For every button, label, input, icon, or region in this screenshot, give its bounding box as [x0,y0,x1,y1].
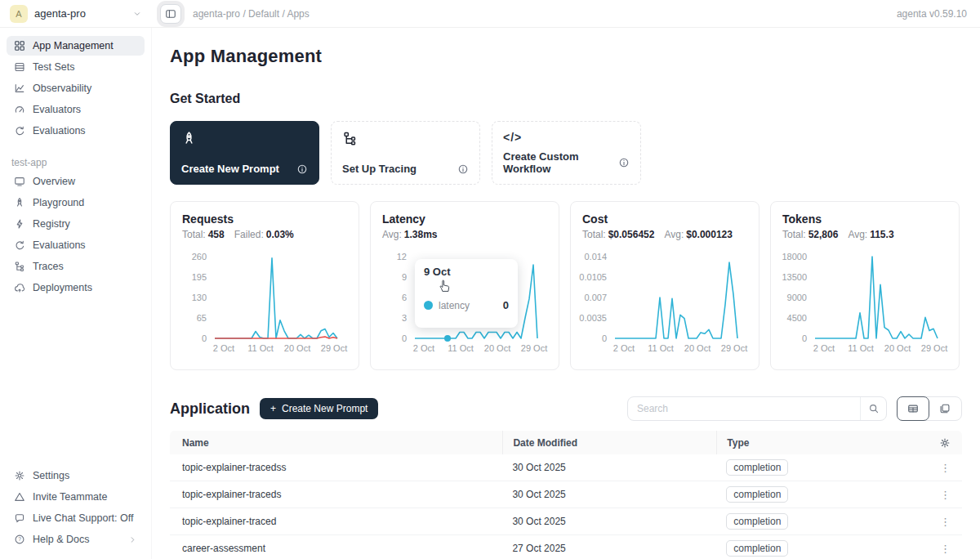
sidebar-item-live-chat-support-off[interactable]: Live Chat Support: Off [7,508,145,528]
hovered-data-point [444,335,451,342]
search-box [627,396,887,421]
search-icon[interactable] [860,397,886,420]
get-started-card-create-custom-workflow[interactable]: </>Create Custom Workflow [492,121,641,185]
sidebar-collapse-icon [165,8,176,20]
chevron-right-icon [128,535,137,544]
row-menu-button[interactable]: ⋮ [940,516,951,528]
column-settings-button[interactable] [906,437,962,449]
sidebar-item-label: Settings [33,470,69,481]
info-icon [457,163,469,175]
sidebar-collapse-button[interactable] [160,4,181,24]
applications-table: Name Date Modified Type topic-explainer-… [170,431,962,559]
sidebar-item-label: Test Sets [33,61,74,73]
chat-icon [14,512,25,524]
tree-icon [342,131,358,146]
sidebar-item-test-sets[interactable]: Test Sets [7,57,145,77]
view-toggle [897,396,962,421]
create-new-prompt-button[interactable]: + Create New Prompt [260,398,378,419]
cloud-icon [14,282,25,293]
table-row[interactable]: topic-explainer-traceds30 Oct 2025comple… [170,481,962,508]
sidebar-item-label: Evaluators [33,104,81,115]
table-header: Name Date Modified Type [170,431,962,454]
sidebar-item-label: Invite Teammate [33,491,107,503]
get-started-card-label: Create Custom Workflow [503,150,618,175]
table-row[interactable]: career-assessment27 Oct 2025completion⋮ [170,535,962,559]
sidebar-app-item-overview[interactable]: Overview [7,172,145,191]
sidebar-item-app-management[interactable]: App Management [7,36,145,56]
get-started-card-set-up-tracing[interactable]: Set Up Tracing [331,121,480,185]
line-chart-icon [14,83,25,94]
app-type-badge: completion [726,540,788,557]
code-icon: </> [503,131,522,144]
table-view-button[interactable] [897,396,929,421]
cursor-pointer-icon [438,279,452,293]
sidebar-app-item-registry[interactable]: Registry [7,214,145,234]
sidebar-item-label: Deployments [33,282,92,293]
workspace-selector[interactable]: A agenta-pro [0,5,152,23]
chart-title: Requests [182,212,347,226]
row-menu-button[interactable]: ⋮ [940,462,951,474]
sidebar-item-observability[interactable]: Observability [7,78,145,98]
triangle-icon [14,491,25,503]
cycle-icon [14,125,25,136]
column-header-name[interactable]: Name [170,437,502,449]
sidebar-group-label: test-app [7,152,145,172]
sidebar-item-evaluations[interactable]: Evaluations [7,121,145,141]
bolt-icon [14,218,25,230]
sidebar-item-evaluators[interactable]: Evaluators [7,100,145,119]
get-started-card-label: Set Up Tracing [342,163,416,175]
row-menu-button[interactable]: ⋮ [940,489,951,501]
sidebar-app-item-evaluations[interactable]: Evaluations [7,235,145,255]
app-type-badge: completion [726,459,788,476]
gauge-icon [14,104,25,115]
sidebar-item-label: Playground [33,197,84,208]
chart-plot[interactable] [212,250,341,342]
app-type-badge: completion [726,513,788,530]
table-icon [14,61,25,73]
table-row[interactable]: topic-explainer-tracedss30 Oct 2025compl… [170,454,962,481]
sidebar-item-help-docs[interactable]: ?Help & Docs [7,530,145,549]
sidebar-item-invite-teammate[interactable]: Invite Teammate [7,487,145,507]
topbar: A agenta-pro agenta-pro / Default / Apps… [0,0,980,28]
sidebar-app-item-traces[interactable]: Traces [7,257,145,276]
info-icon [296,163,308,175]
application-title: Application [170,400,250,418]
app-name: career-assessment [170,543,502,554]
tree-icon [14,261,25,272]
search-input[interactable] [628,403,860,414]
sidebar-item-settings[interactable]: Settings [7,466,145,485]
cycle-icon [14,239,25,251]
sidebar-item-label: Registry [33,218,70,230]
plus-icon: + [270,403,276,414]
column-header-date[interactable]: Date Modified [502,431,716,454]
y-axis-labels: 260195130650 [182,250,212,342]
x-axis-labels: 2 Oct11 Oct20 Oct29 Oct [416,342,546,353]
chevron-down-icon[interactable] [132,9,142,19]
svg-text:?: ? [18,536,21,542]
gear-icon [939,437,951,449]
sidebar-app-item-playground[interactable]: Playground [7,193,145,212]
sidebar-item-label: Traces [33,261,64,272]
card-view-button[interactable] [929,397,961,420]
chart-plot[interactable] [812,250,941,342]
table-row[interactable]: topic-explainer-traced30 Oct 2025complet… [170,508,962,535]
app-date-modified: 27 Oct 2025 [502,543,716,554]
chart-stats: Total:$0.056452Avg:$0.000123 [582,229,747,240]
info-icon [618,157,630,168]
sidebar: App ManagementTest SetsObservabilityEval… [0,28,152,559]
app-name: topic-explainer-tracedss [170,462,502,473]
sidebar-app-item-deployments[interactable]: Deployments [7,278,145,297]
get-started-card-create-new-prompt[interactable]: Create New Prompt [170,121,319,185]
chart-stats: Avg:1.38ms [382,229,547,240]
breadcrumb[interactable]: agenta-pro / Default / Apps [193,8,310,20]
sidebar-item-label: Help & Docs [33,534,89,545]
x-axis-labels: 2 Oct11 Oct20 Oct29 Oct [216,342,345,353]
get-started-card-label: Create New Prompt [181,163,279,175]
chart-title: Latency [382,212,547,226]
chart-plot[interactable] [612,250,741,342]
sidebar-item-label: Observability [33,83,91,94]
sidebar-item-label: Live Chat Support: Off [33,512,133,524]
row-menu-button[interactable]: ⋮ [940,543,951,555]
column-header-type[interactable]: Type [716,431,906,454]
application-header: Application + Create New Prompt [170,396,962,421]
